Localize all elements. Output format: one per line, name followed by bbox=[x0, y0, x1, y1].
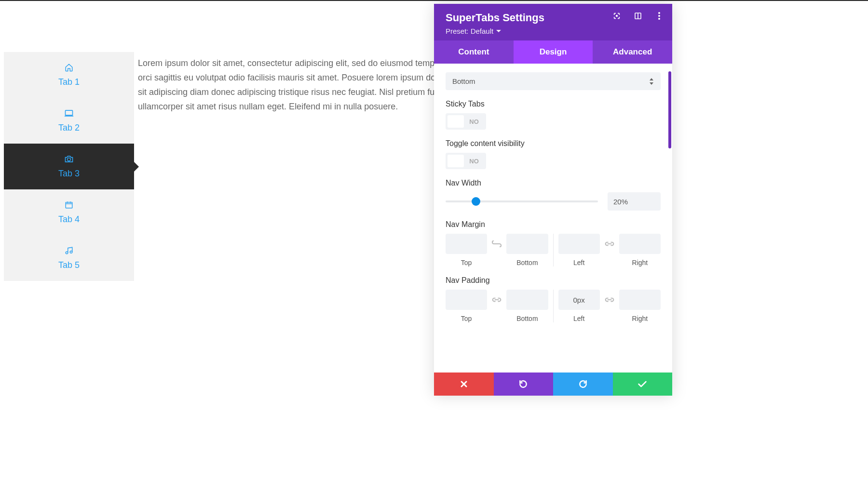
panel-tab-content[interactable]: Content bbox=[434, 40, 514, 64]
spacing-label: Left bbox=[558, 259, 600, 266]
spacing-label: Right bbox=[619, 259, 661, 266]
field-label: Toggle content visibility bbox=[446, 139, 661, 148]
panel-body[interactable]: Bottom Sticky Tabs NO Toggle content vis… bbox=[434, 64, 672, 373]
link-icon[interactable] bbox=[605, 234, 614, 254]
field-nav-width: Nav Width 20% bbox=[446, 179, 661, 211]
field-nav-margin: Nav Margin Top Bottom Left bbox=[446, 220, 661, 266]
svg-rect-0 bbox=[66, 110, 73, 115]
settings-panel: SuperTabs Settings Preset: Default Conte… bbox=[434, 4, 672, 396]
field-label: Nav Width bbox=[446, 179, 661, 187]
laptop-icon bbox=[64, 108, 74, 118]
tab-label: Tab 4 bbox=[58, 214, 80, 225]
redo-button[interactable] bbox=[553, 373, 613, 396]
panel-tabs: Content Design Advanced bbox=[434, 40, 672, 64]
panel-header: SuperTabs Settings Preset: Default bbox=[434, 4, 672, 40]
field-nav-padding: Nav Padding Top Bottom Left bbox=[446, 276, 661, 322]
tab-label: Tab 1 bbox=[58, 77, 80, 87]
svg-point-1 bbox=[68, 158, 71, 161]
caret-down-icon bbox=[496, 30, 501, 32]
spacing-label: Left bbox=[558, 315, 600, 322]
nav-width-slider[interactable] bbox=[446, 200, 598, 202]
field-label: Nav Padding bbox=[446, 276, 661, 285]
svg-point-5 bbox=[616, 15, 618, 17]
field-toggle-visibility: Toggle content visibility NO bbox=[446, 139, 661, 169]
svg-point-8 bbox=[658, 15, 660, 17]
margin-top-input[interactable] bbox=[446, 234, 487, 254]
undo-button[interactable] bbox=[494, 373, 554, 396]
padding-left-input[interactable] bbox=[558, 290, 600, 310]
margin-bottom-input[interactable] bbox=[506, 234, 548, 254]
panel-tab-advanced[interactable]: Advanced bbox=[593, 40, 672, 64]
tab-item-1[interactable]: Tab 1 bbox=[4, 52, 134, 98]
music-icon bbox=[64, 246, 74, 255]
select-value: Bottom bbox=[452, 77, 475, 85]
tab-label: Tab 5 bbox=[58, 260, 80, 270]
link-icon[interactable] bbox=[492, 290, 502, 310]
link-icon[interactable] bbox=[605, 290, 614, 310]
preset-label: Preset: Default bbox=[446, 27, 493, 35]
calendar-icon bbox=[64, 200, 74, 210]
slider-thumb[interactable] bbox=[472, 197, 480, 206]
tab-item-2[interactable]: Tab 2 bbox=[4, 98, 134, 144]
nav-width-value-text: 20% bbox=[613, 198, 628, 206]
margin-left-input[interactable] bbox=[558, 234, 600, 254]
toggle-visibility-toggle[interactable]: NO bbox=[446, 153, 486, 169]
padding-right-input[interactable] bbox=[619, 290, 661, 310]
tab-label: Tab 2 bbox=[58, 123, 80, 133]
spacing-label: Right bbox=[619, 315, 661, 322]
window-top-border bbox=[0, 0, 868, 1]
margin-right-input[interactable] bbox=[619, 234, 661, 254]
cancel-button[interactable] bbox=[434, 373, 494, 396]
spacing-label: Bottom bbox=[506, 315, 548, 322]
toggle-value: NO bbox=[464, 118, 484, 125]
scrollbar-thumb[interactable] bbox=[668, 71, 671, 148]
vertical-tabs-nav: Tab 1 Tab 2 Tab 3 Tab 4 Tab 5 bbox=[4, 52, 134, 281]
tab-item-5[interactable]: Tab 5 bbox=[4, 235, 134, 281]
svg-point-4 bbox=[70, 251, 72, 253]
spacing-label: Bottom bbox=[506, 259, 548, 266]
sort-icon bbox=[649, 78, 654, 85]
svg-point-9 bbox=[658, 18, 660, 20]
link-icon[interactable] bbox=[492, 234, 502, 254]
camera-icon bbox=[64, 154, 74, 164]
svg-point-3 bbox=[66, 252, 68, 254]
spacing-divider bbox=[553, 234, 554, 266]
field-label: Sticky Tabs bbox=[446, 100, 661, 108]
toggle-knob bbox=[448, 155, 464, 167]
home-icon bbox=[64, 63, 74, 72]
sticky-tabs-toggle[interactable]: NO bbox=[446, 113, 486, 130]
padding-top-input[interactable] bbox=[446, 290, 487, 310]
panel-tab-design[interactable]: Design bbox=[514, 40, 593, 64]
field-sticky-tabs: Sticky Tabs NO bbox=[446, 100, 661, 130]
tab-content-text: Lorem ipsum dolor sit amet, consectetur … bbox=[138, 56, 447, 114]
spacing-divider bbox=[553, 290, 554, 322]
toggle-value: NO bbox=[464, 158, 484, 165]
expand-icon[interactable] bbox=[612, 12, 621, 20]
preset-selector[interactable]: Preset: Default bbox=[446, 27, 501, 35]
padding-bottom-input[interactable] bbox=[506, 290, 548, 310]
svg-rect-2 bbox=[66, 202, 72, 208]
panel-header-actions bbox=[612, 12, 664, 20]
tab-item-3[interactable]: Tab 3 bbox=[4, 144, 134, 189]
position-select[interactable]: Bottom bbox=[446, 72, 661, 90]
tab-item-4[interactable]: Tab 4 bbox=[4, 189, 134, 235]
responsive-icon[interactable] bbox=[634, 12, 642, 20]
save-button[interactable] bbox=[613, 373, 673, 396]
nav-width-value[interactable]: 20% bbox=[608, 192, 661, 211]
spacing-label: Top bbox=[446, 315, 487, 322]
tab-label: Tab 3 bbox=[58, 169, 80, 179]
field-label: Nav Margin bbox=[446, 220, 661, 229]
panel-footer bbox=[434, 373, 672, 396]
toggle-knob bbox=[448, 115, 464, 128]
kebab-menu-icon[interactable] bbox=[655, 12, 664, 20]
spacing-label: Top bbox=[446, 259, 487, 266]
svg-point-7 bbox=[658, 12, 660, 14]
